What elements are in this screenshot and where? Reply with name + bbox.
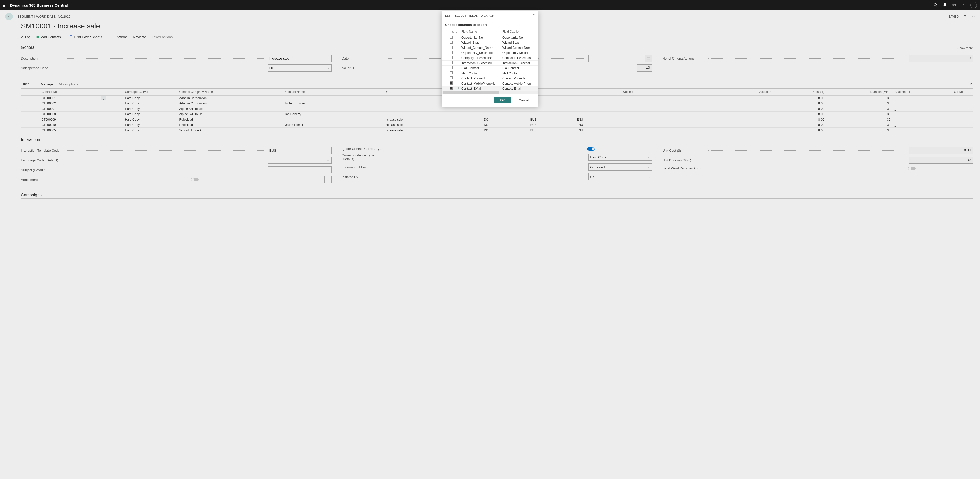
include-checkbox[interactable]	[450, 35, 453, 38]
app-title: Dynamics 365 Business Central	[10, 3, 68, 7]
field-row[interactable]: Contact_MobilePhoneNo Contact Mobile Pho…	[442, 81, 538, 86]
col-field-caption: Field Caption	[502, 30, 536, 34]
field-row[interactable]: Opportunity_No Opportunity No.	[442, 35, 538, 40]
col-field-name: Field Name	[461, 30, 502, 34]
gear-icon[interactable]	[952, 3, 956, 8]
topbar: Dynamics 365 Business Central ? F	[0, 0, 980, 10]
field-row[interactable]: → ⋮ Contact_EMail Contact Email	[442, 86, 538, 91]
app-launcher-icon[interactable]	[3, 3, 6, 7]
field-row[interactable]: Campaign_Description Campaign Descriptio	[442, 56, 538, 61]
field-row[interactable]: Dial_Contact Dial Contact	[442, 65, 538, 71]
dialog-subtitle: Choose columns to export	[442, 20, 538, 28]
include-checkbox[interactable]	[450, 61, 453, 64]
field-row[interactable]: Mail_Contact Mail Contact	[442, 71, 538, 76]
field-row[interactable]: Opportunity_Description Opportunity Desc…	[442, 50, 538, 56]
help-icon[interactable]: ?	[961, 3, 965, 8]
dialog-hscroll[interactable]	[442, 91, 538, 94]
include-checkbox[interactable]	[450, 56, 453, 59]
field-row[interactable]: Wizard_Contact_Name Wizard Contact Nam	[442, 45, 538, 50]
dialog-title: EDIT - SELECT FIELDS TO EXPORT	[445, 14, 496, 17]
include-checkbox[interactable]	[450, 71, 453, 74]
include-checkbox[interactable]	[450, 46, 453, 49]
svg-text:?: ?	[963, 3, 964, 6]
expand-dialog-icon[interactable]	[531, 14, 535, 18]
export-fields-dialog: EDIT - SELECT FIELDS TO EXPORT Choose co…	[442, 11, 538, 107]
include-checkbox[interactable]	[450, 51, 453, 54]
col-include: Incl...	[450, 30, 455, 34]
include-checkbox[interactable]	[450, 81, 453, 85]
field-row[interactable]: Wizard_Step Wizard Step	[442, 40, 538, 45]
avatar[interactable]: F	[970, 2, 977, 8]
field-row[interactable]: Contact_PhoneNo Contact Phone No.	[442, 76, 538, 81]
bell-icon[interactable]	[943, 3, 947, 8]
include-checkbox[interactable]	[450, 86, 453, 89]
include-checkbox[interactable]	[450, 41, 453, 44]
cancel-button[interactable]: Cancel	[513, 97, 535, 104]
include-checkbox[interactable]	[450, 77, 453, 80]
ok-button[interactable]: OK	[494, 97, 511, 104]
field-row[interactable]: Interaction_Successful Interaction Succe…	[442, 61, 538, 65]
include-checkbox[interactable]	[450, 66, 453, 69]
search-icon[interactable]	[934, 3, 938, 8]
